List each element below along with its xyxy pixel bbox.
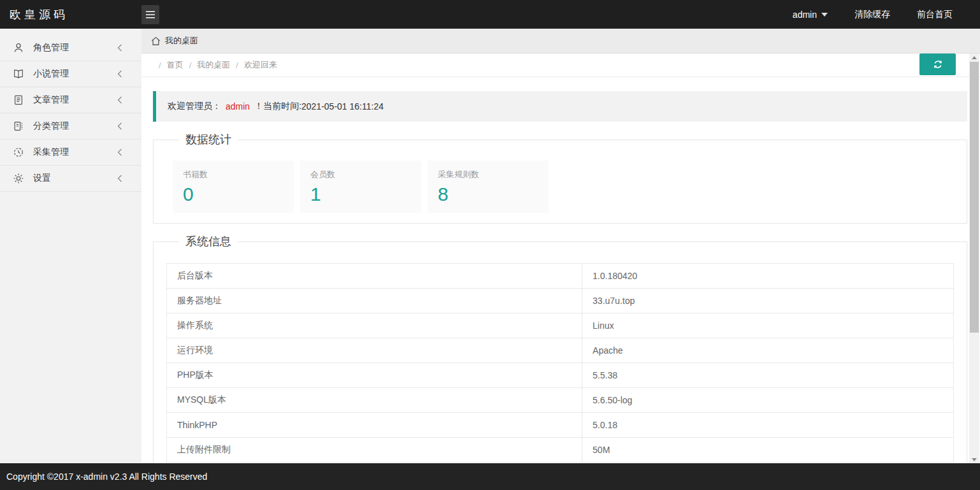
- sysinfo-row-value: 1.0.180420: [582, 264, 954, 289]
- sysinfo-row-label: 上传附件限制: [167, 438, 582, 463]
- article-icon: [13, 94, 24, 106]
- table-row: 服务器地址 33.u7u.top: [167, 289, 954, 313]
- stat-card-label: 书籍数: [183, 169, 284, 180]
- sysinfo-row-value: 5.5.38: [582, 363, 954, 388]
- welcome-prefix: 欢迎管理员：: [168, 101, 221, 112]
- chevron-left-icon: [117, 96, 122, 104]
- breadcrumb-separator: /: [159, 61, 161, 70]
- sidebar-item-label: 采集管理: [33, 147, 69, 158]
- topbar: 欧皇源码 admin 清除缓存 前台首页: [0, 0, 980, 29]
- sysinfo-row-value: Linux: [582, 313, 954, 338]
- sidebar-item-label: 分类管理: [33, 120, 69, 132]
- breadcrumb-item[interactable]: 欢迎回来: [244, 59, 277, 71]
- sysinfo-panel-title: 系统信息: [179, 234, 238, 249]
- chevron-left-icon: [117, 44, 122, 52]
- sidebar-item[interactable]: 分类管理: [0, 113, 141, 140]
- welcome-datetime: 2021-05-01 16:11:24: [301, 101, 384, 112]
- caret-down-icon: [821, 13, 828, 17]
- refresh-icon: [932, 58, 944, 71]
- chevron-left-icon: [117, 148, 122, 156]
- sysinfo-row-value: Apache: [582, 338, 954, 363]
- copyright-text: Copyright ©2017 x-admin v2.3 All Rights …: [6, 472, 207, 482]
- user-name: admin: [793, 10, 817, 20]
- sysinfo-panel: 系统信息 后台版本 1.0.180420 服务器地址 33.u7u.top: [153, 234, 967, 463]
- breadcrumb-item[interactable]: 我的桌面: [197, 59, 230, 71]
- sidebar-item[interactable]: 采集管理: [0, 140, 141, 166]
- chevron-left-icon: [117, 175, 122, 182]
- table-row: ThinkPHP 5.0.18: [167, 413, 954, 438]
- sysinfo-row-value: 5.0.18: [582, 413, 954, 438]
- scroll-down-arrow[interactable]: [969, 456, 979, 463]
- stats-panel-title: 数据统计: [179, 132, 238, 147]
- welcome-suffix: ！当前时间:: [254, 101, 301, 112]
- tab-my-desktop[interactable]: 我的桌面: [151, 35, 198, 47]
- clear-cache-link[interactable]: 清除缓存: [841, 0, 904, 29]
- sysinfo-row-value: 50M: [582, 438, 954, 463]
- breadcrumb-separator: /: [189, 61, 192, 70]
- breadcrumb: / 首页 / 我的桌面 / 欢迎回来: [153, 59, 277, 71]
- table-row: PHP版本 5.5.38: [167, 363, 954, 388]
- gear-icon: [13, 173, 24, 184]
- sysinfo-table: 后台版本 1.0.180420 服务器地址 33.u7u.top 操作系统 Li…: [166, 263, 954, 463]
- sysinfo-row-label: 后台版本: [167, 264, 582, 289]
- book-icon: [13, 68, 24, 80]
- sysinfo-row-label: 操作系统: [167, 313, 582, 338]
- footer: Copyright ©2017 x-admin v2.3 All Rights …: [0, 463, 980, 490]
- vertical-scrollbar[interactable]: [969, 54, 979, 463]
- scrollbar-thumb[interactable]: [970, 62, 979, 333]
- user-icon: [13, 42, 24, 54]
- stats-panel: 数据统计 书籍数 0 会员数 1 采集规则数 8: [153, 132, 967, 224]
- app-logo: 欧皇源码: [0, 7, 141, 22]
- stat-card-label: 会员数: [310, 169, 411, 180]
- sidebar-item-label: 设置: [33, 173, 51, 184]
- category-icon: [13, 120, 24, 132]
- table-row: MYSQL版本 5.6.50-log: [167, 388, 954, 413]
- scroll-up-arrow[interactable]: [969, 54, 979, 61]
- table-row: 运行环境 Apache: [167, 338, 954, 363]
- sidebar: 角色管理 小说管理 文章管理 分类管理 采集管理 设置: [0, 29, 141, 463]
- breadcrumb-separator: /: [236, 61, 238, 70]
- sidebar-item-label: 小说管理: [33, 68, 69, 80]
- welcome-username: admin: [226, 101, 250, 112]
- stat-card: 会员数 1: [300, 161, 421, 213]
- tab-label: 我的桌面: [165, 35, 198, 47]
- sidebar-item-label: 角色管理: [33, 42, 69, 54]
- menu-toggle-button[interactable]: [141, 5, 159, 24]
- chevron-left-icon: [117, 70, 122, 78]
- sidebar-item[interactable]: 设置: [0, 166, 141, 192]
- collect-icon: [13, 147, 24, 158]
- chevron-left-icon: [117, 122, 122, 130]
- sysinfo-row-value: 5.6.50-log: [582, 388, 954, 413]
- page-content: 欢迎管理员： admin ！当前时间:2021-05-01 16:11:24 数…: [141, 77, 980, 463]
- sysinfo-row-value: 33.u7u.top: [582, 289, 954, 313]
- sidebar-item[interactable]: 文章管理: [0, 87, 141, 113]
- table-row: 后台版本 1.0.180420: [167, 264, 954, 289]
- table-row: 操作系统 Linux: [167, 313, 954, 338]
- stat-card-value: 8: [438, 184, 538, 205]
- menu-icon: [145, 10, 155, 19]
- sidebar-item[interactable]: 小说管理: [0, 61, 141, 87]
- sysinfo-row-label: ThinkPHP: [167, 413, 582, 438]
- sysinfo-row-label: 服务器地址: [167, 289, 582, 313]
- tab-bar: 我的桌面: [141, 29, 980, 54]
- stat-card-value: 1: [310, 184, 411, 205]
- stat-card-label: 采集规则数: [438, 169, 538, 180]
- sidebar-item[interactable]: 角色管理: [0, 35, 141, 61]
- breadcrumb-row: / 首页 / 我的桌面 / 欢迎回来: [141, 54, 980, 77]
- stat-card-value: 0: [183, 184, 284, 205]
- sidebar-item-label: 文章管理: [33, 94, 69, 106]
- welcome-banner: 欢迎管理员： admin ！当前时间:2021-05-01 16:11:24: [153, 91, 967, 122]
- stat-cards: 书籍数 0 会员数 1 采集规则数 8: [166, 161, 954, 213]
- sysinfo-row-label: MYSQL版本: [167, 388, 582, 413]
- user-dropdown[interactable]: admin: [779, 0, 841, 29]
- stat-card: 书籍数 0: [173, 161, 294, 213]
- frontend-home-link[interactable]: 前台首页: [904, 0, 966, 29]
- topbar-right: admin 清除缓存 前台首页: [779, 0, 980, 29]
- sysinfo-row-label: 运行环境: [167, 338, 582, 363]
- stat-card: 采集规则数 8: [428, 161, 549, 213]
- home-icon: [151, 36, 161, 46]
- breadcrumb-item[interactable]: 首页: [167, 59, 184, 71]
- table-row: 上传附件限制 50M: [167, 438, 954, 463]
- refresh-button[interactable]: [919, 54, 956, 75]
- main-area: 我的桌面 / 首页 / 我的桌面 / 欢迎回来: [141, 29, 980, 463]
